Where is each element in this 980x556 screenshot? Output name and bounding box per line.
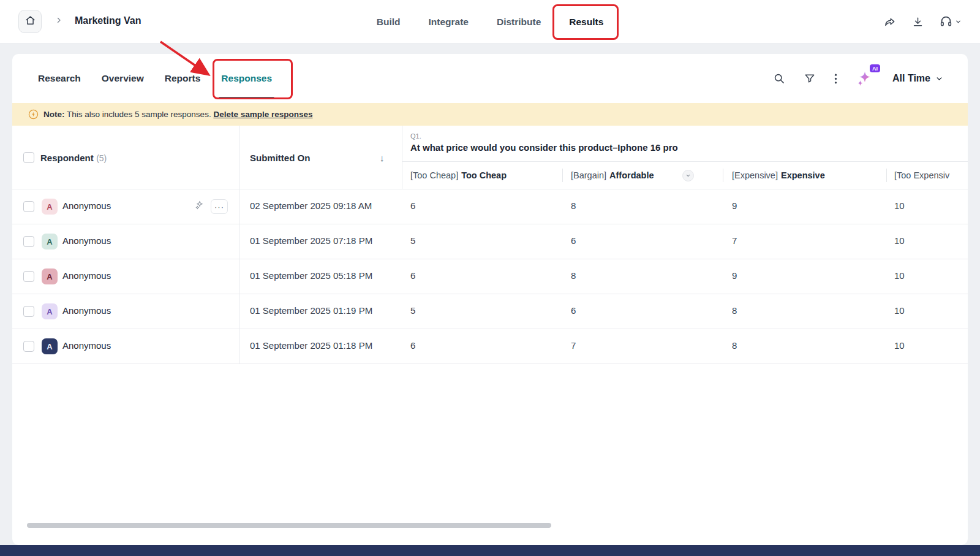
- column-label: Expensive: [781, 170, 825, 180]
- respondent-name: Anonymous: [62, 305, 111, 316]
- ai-assistant-button[interactable]: AI: [856, 69, 874, 88]
- row-checkbox[interactable]: [23, 271, 34, 282]
- answer-value: 10: [894, 235, 905, 246]
- answer-value: 5: [410, 305, 415, 316]
- time-filter-dropdown[interactable]: All Time: [892, 73, 943, 84]
- answer-value: 8: [571, 270, 576, 281]
- column-header-affordable[interactable]: [Bargain] Affordable: [571, 161, 694, 189]
- row-more-button[interactable]: ···: [211, 199, 228, 214]
- filter-icon[interactable]: [804, 72, 816, 85]
- column-divider: [239, 294, 239, 329]
- submitted-on-value: 01 September 2025 01:18 PM: [250, 340, 372, 351]
- row-checkbox[interactable]: [23, 236, 34, 247]
- column-divider: [239, 126, 239, 189]
- more-options-kebab-icon[interactable]: [834, 73, 837, 85]
- answer-value: 10: [894, 305, 905, 316]
- avatar: A: [42, 234, 58, 249]
- table-row[interactable]: A Anonymous 01 September 2025 01:19 PM 5…: [12, 294, 968, 329]
- tab-reports[interactable]: Reports: [164, 54, 202, 103]
- submitted-on-column-header: Submitted On: [250, 153, 310, 163]
- answer-value: 8: [732, 340, 737, 351]
- nav-results[interactable]: Results: [569, 17, 603, 28]
- star-icon[interactable]: [195, 200, 205, 212]
- answer-value: 6: [410, 270, 415, 281]
- column-divider: [239, 224, 239, 259]
- column-header-expensive[interactable]: [Expensive] Expensive: [732, 161, 825, 189]
- tab-responses[interactable]: Responses: [220, 54, 273, 103]
- answer-value: 8: [732, 305, 737, 316]
- nav-integrate[interactable]: Integrate: [428, 17, 468, 28]
- sort-descending-icon[interactable]: ↓: [380, 126, 385, 189]
- column-prefix: [Expensive]: [732, 170, 778, 180]
- footer-bar: [0, 545, 980, 556]
- table-row[interactable]: A Anonymous 01 September 2025 07:18 PM 5…: [12, 224, 968, 259]
- column-options-chevron-icon[interactable]: [682, 170, 694, 181]
- column-divider: [239, 189, 239, 224]
- answer-value: 6: [571, 235, 576, 246]
- submitted-on-value: 02 September 2025 09:18 AM: [250, 200, 372, 211]
- column-label: Affordable: [609, 170, 654, 180]
- answer-value: 8: [571, 200, 576, 211]
- results-tabs: Research Overview Reports Responses AI: [12, 54, 968, 103]
- subcolumn-divider: [886, 169, 887, 182]
- time-filter-value: All Time: [892, 73, 930, 84]
- results-panel: Research Overview Reports Responses AI: [12, 54, 968, 545]
- avatar: A: [42, 338, 58, 354]
- nav-build[interactable]: Build: [377, 17, 401, 28]
- respondent-name: Anonymous: [62, 235, 111, 246]
- column-header-too-expensive[interactable]: [Too Expensiv: [894, 161, 952, 189]
- column-prefix: [Too Cheap]: [410, 170, 458, 180]
- nav-distribute[interactable]: Distribute: [497, 17, 541, 28]
- question-number: Q1.: [410, 132, 421, 140]
- avatar: A: [42, 199, 58, 215]
- column-divider: [239, 259, 239, 294]
- top-bar: Marketing Van Build Integrate Distribute…: [0, 0, 980, 44]
- subcolumn-divider: [723, 169, 723, 182]
- column-prefix: [Too Expensiv: [894, 170, 949, 180]
- download-icon[interactable]: [912, 16, 924, 28]
- respondent-count: (5): [96, 153, 107, 163]
- column-divider: [239, 329, 239, 364]
- respondent-name: Anonymous: [62, 200, 111, 211]
- chevron-down-icon: [955, 18, 962, 25]
- topbar-actions: [884, 0, 962, 44]
- share-icon[interactable]: [884, 16, 896, 28]
- submitted-on-value: 01 September 2025 01:19 PM: [250, 305, 372, 316]
- sample-responses-banner: Note: This also includes 5 sample respon…: [12, 103, 968, 126]
- answer-value: 7: [732, 235, 737, 246]
- table-header: Respondent (5) Submitted On ↓ Q1. At wha…: [12, 126, 968, 189]
- row-checkbox[interactable]: [23, 201, 34, 212]
- column-divider: [402, 126, 402, 189]
- submitted-on-value: 01 September 2025 05:18 PM: [250, 270, 372, 281]
- search-icon[interactable]: [773, 72, 785, 85]
- table-row[interactable]: A Anonymous ··· 02 September 2025 09:18 …: [12, 189, 968, 224]
- banner-note-label: Note:: [43, 110, 65, 119]
- answer-value: 10: [894, 200, 905, 211]
- row-checkbox[interactable]: [23, 306, 34, 317]
- question-text: At what price would you consider this pr…: [410, 142, 678, 153]
- row-checkbox[interactable]: [23, 341, 34, 352]
- avatar: A: [42, 303, 58, 319]
- chevron-down-icon: [935, 75, 943, 83]
- respondent-name: Anonymous: [62, 270, 111, 281]
- delete-sample-responses-link[interactable]: Delete sample responses: [213, 110, 312, 119]
- answer-value: 6: [410, 340, 415, 351]
- tab-research[interactable]: Research: [37, 54, 82, 103]
- table-row[interactable]: A Anonymous 01 September 2025 01:18 PM 6…: [12, 329, 968, 364]
- horizontal-scrollbar[interactable]: [27, 523, 551, 528]
- respondent-column-header: Respondent: [40, 153, 94, 163]
- tab-overview[interactable]: Overview: [100, 54, 145, 103]
- top-navigation: Build Integrate Distribute Results: [0, 0, 980, 44]
- lightning-icon: [28, 109, 39, 120]
- answer-value: 5: [410, 235, 415, 246]
- banner-text: This also includes 5 sample responses.: [67, 110, 211, 119]
- column-label: Too Cheap: [461, 170, 507, 180]
- answer-value: 6: [410, 200, 415, 211]
- select-all-checkbox[interactable]: [23, 152, 34, 163]
- ai-badge: AI: [870, 64, 880, 72]
- table-row[interactable]: A Anonymous 01 September 2025 05:18 PM 6…: [12, 259, 968, 294]
- support-headset-icon[interactable]: [940, 15, 962, 28]
- column-header-too-cheap[interactable]: [Too Cheap] Too Cheap: [410, 161, 507, 189]
- answer-value: 10: [894, 340, 905, 351]
- answer-value: 9: [732, 270, 737, 281]
